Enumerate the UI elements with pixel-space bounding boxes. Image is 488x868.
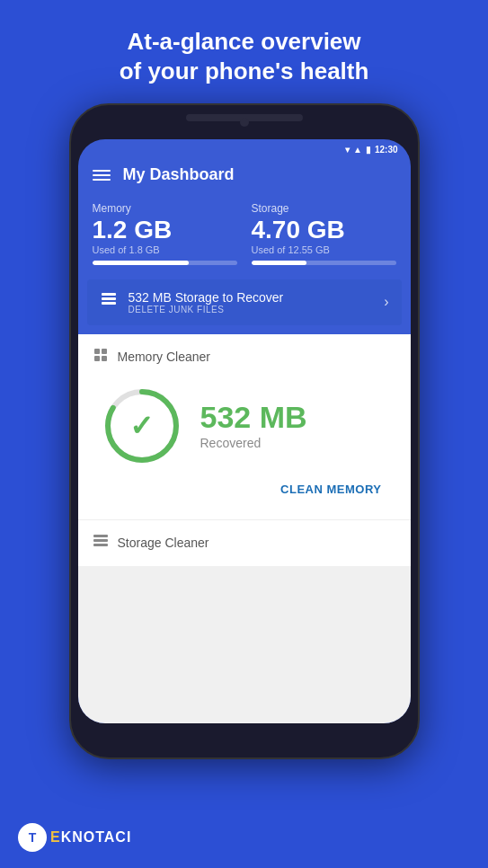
brand-name: EKNOTACI <box>50 829 131 846</box>
wifi-icon: ▾ <box>345 145 350 155</box>
signal-icon: ▲ <box>353 145 362 155</box>
app-bar: My Dashboard <box>78 158 411 195</box>
footer-branding: T EKNOTACI <box>18 823 131 852</box>
svg-rect-0 <box>102 293 116 296</box>
phone-screen: ▾ ▲ ▮ 12:30 My Dashboard Memory 1.2 GB U… <box>78 139 411 723</box>
storage-progress-fill <box>252 261 306 265</box>
app-bar-title: My Dashboard <box>123 165 235 184</box>
junk-chevron-icon: › <box>384 294 388 310</box>
storage-cleaner-title: Storage Cleaner <box>118 536 209 550</box>
memory-cleaner-title: Memory Cleaner <box>118 350 210 364</box>
junk-icon <box>100 291 118 314</box>
svg-rect-9 <box>93 535 108 537</box>
memory-cleaner-icon <box>93 347 109 368</box>
junk-text: 532 MB Storage to Recover DELETE JUNK FI… <box>129 290 374 314</box>
status-bar: ▾ ▲ ▮ 12:30 <box>78 139 411 158</box>
memory-progress-bg <box>93 261 237 265</box>
svg-rect-4 <box>102 349 107 354</box>
junk-banner[interactable]: 532 MB Storage to Recover DELETE JUNK FI… <box>87 279 402 325</box>
memory-stat-card: Memory 1.2 GB Used of 1.8 GB <box>93 202 237 265</box>
storage-sub: Used of 12.55 GB <box>252 244 396 255</box>
phone-frame: ▾ ▲ ▮ 12:30 My Dashboard Memory 1.2 GB U… <box>69 103 420 759</box>
storage-value: 4.70 GB <box>252 217 396 244</box>
menu-button[interactable] <box>93 170 111 181</box>
headline: At-a-glance overview of your phone's hea… <box>0 0 488 103</box>
svg-rect-1 <box>102 297 116 300</box>
clean-memory-button[interactable]: CLEAN MEMORY <box>93 475 396 507</box>
storage-progress-bg <box>252 261 396 265</box>
headline-line2: of your phone's health <box>120 58 369 84</box>
checkmark-icon: ✓ <box>129 409 154 443</box>
memory-progress-fill <box>93 261 190 265</box>
svg-rect-2 <box>102 302 116 305</box>
recovered-label: Recovered <box>200 436 307 450</box>
svg-rect-10 <box>93 539 108 542</box>
stats-row: Memory 1.2 GB Used of 1.8 GB Storage 4.7… <box>78 195 411 276</box>
memory-cleaner-card: Memory Cleaner ✓ 532 MB Recovered <box>78 334 411 520</box>
storage-cleaner-card[interactable]: Storage Cleaner <box>78 520 411 566</box>
phone-camera <box>240 118 249 127</box>
memory-sub: Used of 1.8 GB <box>93 244 237 255</box>
memory-label: Memory <box>93 202 237 215</box>
memory-cleaner-header: Memory Cleaner <box>93 347 396 368</box>
junk-title: 532 MB Storage to Recover <box>129 290 374 305</box>
recovered-value: 532 MB <box>200 402 307 432</box>
hamburger-line-3 <box>93 179 111 181</box>
battery-icon: ▮ <box>366 145 371 155</box>
memory-recovered-info: 532 MB Recovered <box>200 402 307 450</box>
clock: 12:30 <box>375 145 398 155</box>
svg-rect-5 <box>94 356 100 361</box>
hamburger-line-1 <box>93 170 111 172</box>
svg-rect-6 <box>102 356 107 361</box>
storage-cleaner-icon <box>93 533 109 554</box>
cards-area: Memory Cleaner ✓ 532 MB Recovered <box>78 334 411 723</box>
headline-line1: At-a-glance overview <box>127 28 360 55</box>
junk-subtitle: DELETE JUNK FILES <box>129 305 374 314</box>
memory-gauge: ✓ <box>102 385 182 466</box>
memory-content: ✓ 532 MB Recovered <box>93 380 396 475</box>
storage-label: Storage <box>252 202 396 215</box>
memory-value: 1.2 GB <box>93 217 237 244</box>
brand-e: E <box>50 829 61 845</box>
svg-rect-3 <box>94 349 100 354</box>
hamburger-line-2 <box>93 174 111 176</box>
brand-logo: T <box>18 823 47 852</box>
svg-rect-11 <box>93 544 108 546</box>
storage-stat-card: Storage 4.70 GB Used of 12.55 GB <box>252 202 396 265</box>
